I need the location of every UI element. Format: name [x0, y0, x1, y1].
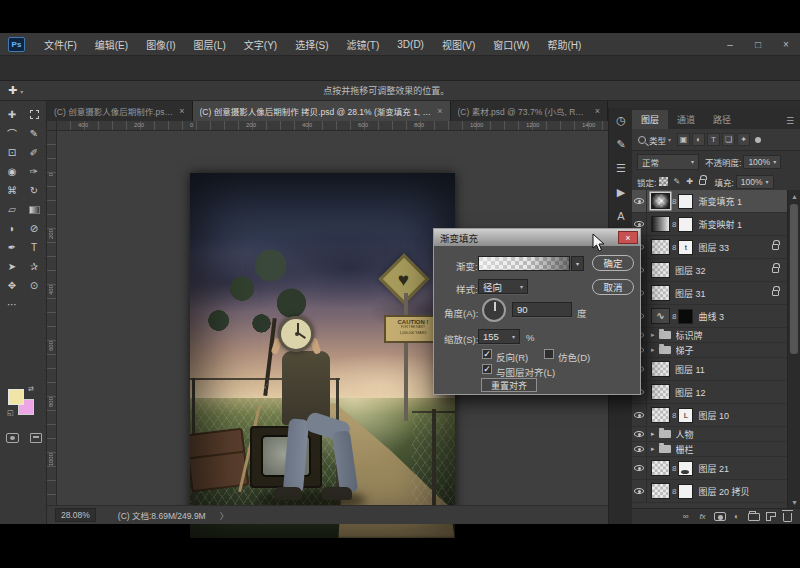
status-chevron-icon[interactable]: 〉 — [220, 509, 229, 521]
layer-thumbnail[interactable] — [651, 239, 670, 255]
gradient-preview-swatch[interactable] — [478, 256, 570, 271]
menu-item[interactable]: 选择(S) — [286, 33, 337, 55]
visibility-eye-icon[interactable] — [632, 457, 647, 479]
layer-mask-thumbnail[interactable]: L — [678, 408, 693, 423]
ok-button[interactable]: 确定 — [592, 255, 634, 271]
disclosure-triangle-icon[interactable]: ▸ — [651, 430, 655, 438]
layer-thumbnail[interactable] — [651, 384, 670, 400]
scale-input[interactable]: 155 ▾ — [478, 329, 520, 344]
marquee-tool[interactable] — [23, 105, 45, 124]
new-group-icon[interactable] — [745, 510, 762, 523]
menu-item[interactable]: 文字(Y) — [235, 33, 286, 55]
healing-brush-tool[interactable]: ◉ — [1, 162, 23, 181]
layer-row[interactable]: 图层 32 — [632, 259, 787, 282]
dialog-close-button[interactable]: × — [618, 231, 638, 244]
gradient-tool[interactable] — [23, 200, 45, 219]
layer-row[interactable]: 8渐变映射 1 — [632, 213, 787, 236]
close-button[interactable]: × — [772, 33, 800, 55]
layer-row[interactable]: ▸栅栏 — [632, 442, 787, 457]
actions-panel-icon[interactable]: ▶ — [609, 180, 633, 204]
layer-row[interactable]: ▸人物 — [632, 427, 787, 442]
move-tool-icon[interactable]: ✚ — [8, 84, 17, 97]
fill-select[interactable]: 100% ▾ — [736, 175, 774, 189]
menu-item[interactable]: 3D(D) — [388, 33, 433, 55]
layer-row[interactable]: 图层 31 — [632, 282, 787, 305]
clone-stamp-tool[interactable]: ⌘ — [1, 181, 23, 200]
visibility-eye-icon[interactable] — [632, 480, 647, 502]
layer-row[interactable]: ▸梯子 — [632, 343, 787, 358]
move-tool[interactable]: ✚ — [1, 105, 23, 124]
menu-item[interactable]: 窗口(W) — [484, 33, 538, 55]
blur-tool[interactable]: ◗ — [1, 219, 23, 238]
angle-dial[interactable] — [482, 298, 506, 322]
layer-row[interactable]: 8渐变填充 1 — [632, 190, 787, 213]
lock-all-icon[interactable] — [697, 176, 708, 187]
dodge-tool[interactable]: ⊘ — [23, 219, 45, 238]
minimize-button[interactable]: ‒ — [716, 33, 744, 55]
panel-menu-icon[interactable]: ☰ — [786, 116, 794, 129]
screen-mode-icon[interactable] — [30, 433, 42, 443]
scrollbar-thumb[interactable] — [790, 204, 798, 354]
chevron-down-icon[interactable]: ▾ — [20, 88, 23, 95]
layers-scrollbar[interactable]: ▲ ▼ — [787, 190, 800, 508]
tab-close-icon[interactable]: × — [437, 106, 442, 116]
layer-thumbnail[interactable] — [651, 285, 670, 301]
panel-tab-3[interactable]: 路径 — [704, 110, 740, 129]
align-checkbox[interactable] — [482, 364, 492, 374]
document-tab[interactable]: (C) 素材.psd @ 73.7% (小鸟, RGB...× — [451, 101, 608, 121]
menu-item[interactable]: 帮助(H) — [538, 33, 590, 55]
layer-style-icon[interactable]: fx — [694, 510, 711, 523]
dither-checkbox[interactable] — [544, 349, 554, 359]
brush-tool[interactable]: ✑ — [23, 162, 45, 181]
layer-row[interactable]: 8t图层 33 — [632, 236, 787, 259]
layer-mask-thumbnail[interactable] — [678, 217, 693, 232]
visibility-eye-icon[interactable] — [632, 427, 647, 441]
delete-layer-icon[interactable] — [779, 510, 796, 523]
tab-close-icon[interactable]: × — [595, 106, 600, 116]
layer-row[interactable]: 8L图层 10 — [632, 404, 787, 427]
layer-row[interactable]: 图层 12 — [632, 381, 787, 404]
menu-item[interactable]: 滤镜(T) — [338, 33, 389, 55]
disclosure-triangle-icon[interactable]: ▸ — [651, 331, 655, 339]
scroll-up-icon[interactable]: ▲ — [788, 190, 800, 202]
menu-item[interactable]: 文件(F) — [35, 33, 86, 55]
chevron-down-icon[interactable]: ▾ — [668, 136, 671, 143]
opacity-select[interactable]: 100% ▾ — [743, 155, 781, 169]
menu-item[interactable]: 视图(V) — [433, 33, 484, 55]
document-tab[interactable]: (C) 创意摄影人像后期制作.psd ...× — [47, 101, 193, 121]
layer-row[interactable]: 8图层 20 拷贝 — [632, 480, 787, 503]
new-layer-icon[interactable] — [762, 510, 779, 523]
menu-item[interactable]: 图像(I) — [137, 33, 184, 55]
disclosure-triangle-icon[interactable]: ▸ — [651, 445, 655, 453]
layer-thumbnail[interactable] — [651, 216, 670, 232]
scroll-down-icon[interactable]: ▼ — [788, 496, 800, 508]
more-tools[interactable]: ⋯ — [1, 295, 23, 314]
add-mask-icon[interactable] — [711, 510, 728, 523]
crop-tool[interactable]: ⊡ — [1, 143, 23, 162]
dialog-title-bar[interactable]: 渐变填充 — [434, 229, 640, 246]
angle-input[interactable]: 90 — [512, 302, 572, 317]
type-tool[interactable]: T — [23, 238, 45, 257]
lock-move-icon[interactable]: ✚ — [684, 176, 695, 187]
layer-thumbnail[interactable] — [651, 407, 670, 423]
cancel-button[interactable]: 取消 — [592, 279, 634, 295]
history-brush-tool[interactable]: ↻ — [23, 181, 45, 200]
filter-pixel-icon[interactable]: ▣ — [677, 133, 690, 146]
pen-tool[interactable]: ✒ — [1, 238, 23, 257]
reverse-checkbox[interactable] — [482, 349, 492, 359]
layer-mask-thumbnail[interactable] — [678, 484, 693, 499]
ruler-origin-corner[interactable] — [47, 121, 57, 131]
filter-smart-icon[interactable]: ✦ — [737, 133, 750, 146]
adjustment-layer-icon[interactable]: ◐ — [728, 510, 745, 523]
layer-row[interactable]: ∿8曲线 3 — [632, 305, 787, 328]
quick-selection-tool[interactable]: ✎ — [23, 124, 45, 143]
foreground-color-swatch[interactable] — [8, 389, 24, 405]
layer-thumbnail[interactable] — [651, 460, 670, 476]
visibility-eye-icon[interactable] — [632, 442, 647, 456]
style-select[interactable]: 径向 ▾ — [478, 279, 528, 294]
swap-colors-icon[interactable]: ⇄ — [28, 385, 34, 393]
filter-toggle-icon[interactable] — [755, 137, 761, 143]
visibility-eye-icon[interactable] — [632, 190, 647, 212]
tab-close-icon[interactable]: × — [179, 106, 184, 116]
zoom-tool[interactable]: ⊙ — [23, 276, 45, 295]
